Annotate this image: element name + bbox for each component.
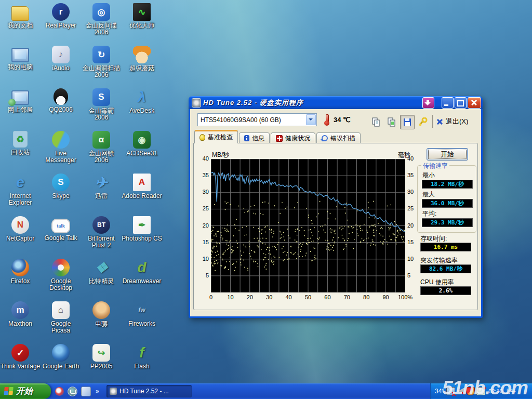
thunder-xunlei-desktop-item[interactable]: ✈迅雷: [81, 174, 122, 200]
tray-network-disabled-icon[interactable]: [446, 387, 455, 395]
kingsoft-vulnscan-desktop-item[interactable]: ↻金山漏洞扫描 2006: [81, 46, 122, 78]
exit-label: 退出(X): [446, 117, 468, 126]
tab-info[interactable]: 信息: [239, 132, 270, 143]
dreamweaver-desktop-item[interactable]: dDreamweaver: [122, 259, 162, 285]
bitspirit-icon-glyph: ❖: [95, 259, 108, 276]
desktop-icon-label: NetCaptor: [0, 235, 41, 242]
tray-volume-muted-icon[interactable]: [457, 388, 464, 395]
max-label: 最大: [422, 190, 435, 199]
thermometer-icon: [324, 114, 329, 126]
tray-security-shield-icon[interactable]: [466, 387, 475, 395]
start-button[interactable]: 开始: [0, 383, 51, 399]
tab-error-scan[interactable]: 错误扫描: [316, 132, 361, 143]
realplayer-desktop-item[interactable]: rRealPlayer: [41, 3, 81, 29]
google-earth-icon: [52, 344, 70, 362]
window-title: HD Tune 2.52 - 硬盘实用程序: [203, 98, 421, 108]
live-messenger-desktop-item[interactable]: Live Messenger: [41, 131, 81, 164]
tab-health-label: 健康状况: [285, 134, 310, 143]
quick-launch: »: [55, 383, 99, 399]
desktop-icon-label: 电骡: [81, 321, 122, 327]
kingsoft-antivirus-desktop-item[interactable]: S金山毒霸 2006: [81, 88, 122, 121]
internet-explorer-desktop-item[interactable]: eInternet Explorer: [0, 174, 41, 206]
save-button[interactable]: [400, 115, 415, 129]
skype-desktop-item[interactable]: SSkype: [41, 174, 81, 200]
copy-text-button[interactable]: [369, 115, 383, 129]
windows-flag-icon: [4, 387, 14, 395]
quicklaunch-mail-icon[interactable]: [81, 387, 91, 396]
minimize-button[interactable]: [442, 97, 454, 109]
kingsoft-antispy-desktop-item[interactable]: ◎金山反间谍 2006: [81, 3, 122, 36]
tray-monitor-app-icon[interactable]: [476, 387, 485, 395]
tab-benchmark[interactable]: 基准检查: [194, 130, 238, 143]
kingsoft-netguard-desktop-item[interactable]: α金山网镖 2006: [81, 131, 122, 164]
desktop-icon-label: 金山网镖 2006: [81, 150, 122, 164]
super-mushroom-icon: [133, 46, 151, 63]
taskbar: 开始 » HD Tune 2.52 - ... 34° 02:10 上午: [0, 383, 532, 399]
start-benchmark-button[interactable]: 开始: [427, 148, 468, 161]
hdtune-app-icon: [192, 98, 201, 108]
emule-desktop-item[interactable]: 电骡: [81, 301, 122, 327]
maxthon-desktop-item[interactable]: mMaxthon: [0, 301, 41, 327]
desktop-icon-label: Photoshop CS: [122, 235, 162, 242]
super-mushroom-desktop-item[interactable]: 超级蘑菇: [122, 46, 162, 72]
taskbar-button-label: HD Tune 2.52 - ...: [119, 388, 169, 395]
google-earth-desktop-item[interactable]: Google Earth: [41, 344, 81, 370]
flash-desktop-item[interactable]: fFlash: [122, 344, 162, 370]
desktop-icon-label: 回收站: [0, 149, 41, 156]
network-places-desktop-item[interactable]: 网上邻居: [0, 88, 41, 113]
desktop-icon-label: Internet Explorer: [0, 193, 41, 206]
google-talk-icon: talk: [51, 219, 70, 233]
close-button[interactable]: [468, 97, 481, 109]
google-talk-desktop-item[interactable]: talkGoogle Talk: [41, 216, 81, 242]
my-computer-desktop-item[interactable]: 我的电脑: [0, 46, 41, 71]
google-picasa-desktop-item[interactable]: ⌂Google Picasa: [41, 301, 81, 334]
qq-desktop-item[interactable]: QQ2006: [41, 88, 81, 113]
youhua-dashi-desktop-item[interactable]: ∿优化大师: [122, 3, 162, 29]
bittorrent-icon-glyph: BT: [97, 221, 105, 229]
my-documents-desktop-item[interactable]: 我的文档: [0, 3, 41, 29]
adobe-reader-desktop-item[interactable]: AAdobe Reader: [122, 174, 162, 200]
pp2005-icon-glyph: ↪: [98, 348, 105, 358]
iaudio-desktop-item[interactable]: ♪iAudio: [41, 46, 81, 72]
google-talk-icon-glyph: talk: [57, 223, 65, 229]
maximize-button[interactable]: [455, 97, 467, 109]
desktop-icon-label: 我的文档: [0, 22, 41, 29]
taskbar-button-hdtune[interactable]: HD Tune 2.52 - ...: [107, 385, 192, 397]
quicklaunch-maxthon-icon[interactable]: [68, 387, 77, 396]
acdsee-desktop-item[interactable]: ◉ACDSee31: [122, 131, 162, 157]
bittorrent-desktop-item[interactable]: BTBitTorrent Plus! 2: [81, 216, 122, 249]
avedesk-desktop-item[interactable]: λAveDesk: [122, 88, 162, 114]
start-button-label: 开始: [16, 386, 33, 397]
exit-button[interactable]: 退出(X): [436, 116, 468, 127]
recycle-bin-desktop-item[interactable]: ♻回收站: [0, 131, 41, 156]
drive-select-dropdown[interactable]: HTS541060G9SA00 (60 GB): [197, 113, 317, 126]
adobe-reader-icon-glyph: A: [139, 177, 145, 188]
tab-error-scan-label: 错误扫描: [330, 134, 355, 143]
pp2005-icon: ↪: [92, 344, 110, 362]
tick-label: 100%: [396, 294, 414, 300]
tab-health[interactable]: 健康状况: [271, 132, 315, 143]
firefox-desktop-item[interactable]: Firefox: [0, 259, 41, 285]
copy-image-button[interactable]: [384, 115, 399, 129]
chevron-down-icon[interactable]: [306, 114, 316, 125]
desktop-icon-label: Google Picasa: [41, 321, 81, 334]
photoshop-desktop-item[interactable]: ✒Photoshop CS: [122, 216, 162, 242]
fireworks-desktop-item[interactable]: fwFireworks: [122, 301, 162, 327]
kingsoft-netguard-icon: α: [92, 131, 110, 149]
netcaptor-desktop-item[interactable]: NNetCaptor: [0, 216, 41, 242]
tick-label: 0: [202, 294, 220, 300]
google-desktop-desktop-item[interactable]: Google Desktop: [41, 259, 81, 291]
copy-image-icon: [387, 117, 396, 127]
window-titlebar[interactable]: HD Tune 2.52 - 硬盘实用程序: [189, 96, 483, 109]
bitspirit-desktop-item[interactable]: ❖比特精灵: [81, 259, 122, 285]
kingsoft-antivirus-icon-glyph: S: [98, 92, 104, 102]
pp2005-desktop-item[interactable]: ↪PP2005: [81, 344, 122, 370]
quicklaunch-browser-icon[interactable]: [55, 387, 64, 396]
quicklaunch-chevron-icon[interactable]: »: [96, 388, 99, 395]
thinkvantage-desktop-item[interactable]: ✓Think Vantage: [0, 344, 41, 370]
desktop-icon-label: Google Earth: [41, 363, 81, 370]
skype-icon-glyph: S: [58, 177, 63, 188]
options-button[interactable]: [416, 115, 430, 129]
copy-text-icon: [371, 117, 381, 127]
update-arrow-button[interactable]: [422, 97, 434, 109]
